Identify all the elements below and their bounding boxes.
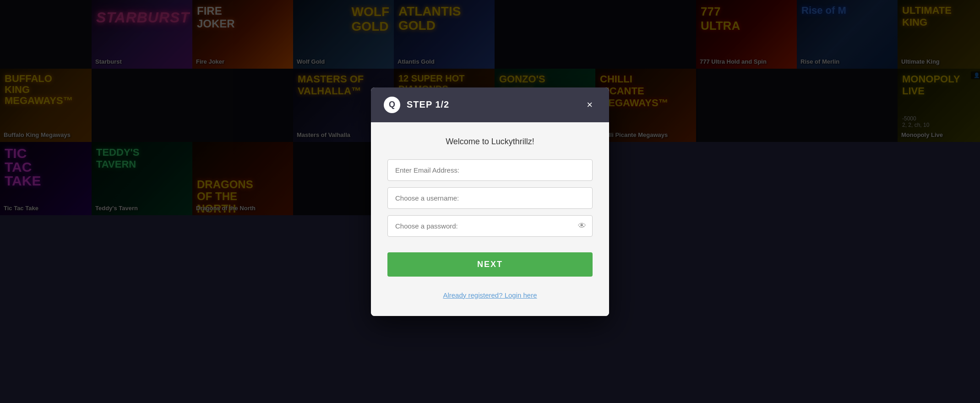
registration-modal: Q STEP 1/2 × Welcome to Luckythrillz! 👁 … — [371, 87, 609, 316]
toggle-password-icon[interactable]: 👁 — [578, 221, 586, 231]
modal-body: Welcome to Luckythrillz! 👁 NEXT Already … — [371, 122, 609, 316]
username-group — [387, 187, 593, 209]
modal-header: Q STEP 1/2 × — [371, 87, 609, 122]
modal-header-left: Q STEP 1/2 — [384, 97, 449, 113]
modal-logo-icon: Q — [384, 97, 400, 113]
login-link[interactable]: Already registered? Login here — [443, 291, 537, 299]
email-input[interactable] — [387, 159, 593, 181]
login-link-container: Already registered? Login here — [387, 291, 593, 300]
username-input[interactable] — [387, 187, 593, 209]
modal-close-button[interactable]: × — [583, 98, 596, 112]
modal-step-title: STEP 1/2 — [407, 99, 449, 110]
logo-symbol: Q — [389, 100, 395, 109]
modal-backdrop: Q STEP 1/2 × Welcome to Luckythrillz! 👁 … — [0, 0, 980, 403]
email-group — [387, 159, 593, 181]
password-group: 👁 — [387, 215, 593, 237]
welcome-text: Welcome to Luckythrillz! — [387, 137, 593, 147]
password-input[interactable] — [387, 215, 593, 237]
next-button[interactable]: NEXT — [387, 252, 593, 277]
